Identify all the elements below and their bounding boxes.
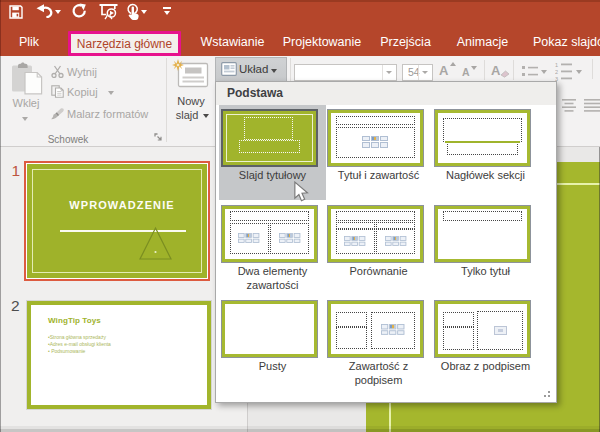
font-name-combobox[interactable] [294,64,397,81]
layout-thumb [327,300,424,358]
gallery-theme-name: Podstawa [216,82,556,105]
tab-slideshow[interactable]: Pokaz slajdów [533,28,600,56]
undo-dropdown-arrow[interactable] [55,10,61,14]
layout-label: Tytuł i zawartość [331,168,426,182]
layout-thumb [221,205,318,263]
layout-thumb [434,205,531,263]
format-painter-icon[interactable] [50,106,65,120]
clear-formatting-icon[interactable]: A [491,63,500,78]
separator [513,60,514,80]
mouse-cursor [294,181,310,205]
save-icon[interactable] [9,5,23,19]
paste-dropdown-arrow[interactable] [22,117,28,121]
slide-1-title: WPROWADZENIE [27,199,207,211]
group-separator [166,58,167,142]
tab-insert[interactable]: Wstawianie [192,28,273,56]
layout-label: Zawartość z podpisem [331,359,426,387]
customize-qat-icon[interactable] [163,7,171,9]
titlebar-top-shade [0,0,600,2]
group-separator [290,58,291,82]
copy-icon[interactable] [51,85,64,98]
window-left-edge [0,56,1,432]
font-name-dropdown-arrow[interactable] [382,65,396,80]
customize-qat-arrow[interactable] [164,11,170,15]
paste-icon[interactable] [11,62,43,95]
font-size-combobox[interactable]: 54 [402,64,433,81]
popup-resize-grip[interactable] [544,391,552,398]
slide-2-title: WingTip Toys [48,316,101,325]
layout-gallery-popup: Podstawa Slajd tytułowy Tytuł i [215,81,557,403]
layout-label: Porównanie [331,264,426,278]
layout-label: Układ [239,63,268,75]
font-size-dropdown-arrow[interactable] [418,65,432,80]
separator [484,60,485,80]
layout-item-title-only[interactable]: Tylko tytuł [432,201,539,296]
layout-thumb [221,300,318,358]
cut-icon[interactable] [51,65,64,78]
numbering-dropdown-arrow[interactable] [576,70,582,74]
layout-thumb [434,300,531,358]
bottom-shade-2 [0,429,600,432]
align-justify-icon[interactable] [584,99,600,112]
layout-item-section-header[interactable]: Nagłówek sekcji [432,105,539,200]
layout-label: Tylko tytuł [438,264,533,278]
layout-item-picture-with-caption[interactable]: Obraz z podpisem [432,296,539,391]
layout-dropdown-arrow [271,69,277,73]
align-center-icon[interactable] [560,99,578,112]
tab-transitions[interactable]: Przejścia [373,28,438,56]
slide-1-content: WPROWADZENIE [27,164,207,278]
copy-label[interactable]: Kopiuj [67,86,98,98]
svg-text:2: 2 [555,69,558,75]
numbering-icon[interactable]: 1 2 3 [555,62,573,81]
separator [592,59,593,79]
tab-design[interactable]: Projektowanie [277,28,367,56]
layout-thumb [327,205,424,263]
title-bar [0,0,600,28]
layout-item-two-content[interactable]: Dwa elementy zawartości [219,201,326,296]
cut-label[interactable]: Wytnij [67,66,97,78]
layout-item-title-and-content[interactable]: Tytuł i zawartość [325,105,432,200]
slide-1-thumbnail[interactable]: WPROWADZENIE [24,161,210,281]
start-slideshow-icon[interactable] [99,3,118,20]
layout-label: Obraz z podpisem [438,359,533,373]
slide-2-number: 2 [11,297,20,315]
layout-label: Pusty [225,359,320,373]
undo-icon[interactable] [36,4,53,18]
slide-2-thumbnail[interactable]: WingTip Toys •Strona główna sprzedaży •A… [27,301,211,409]
clear-formatting-eraser [500,70,510,78]
layout-item-content-with-caption[interactable]: Zawartość z podpisem [325,296,432,391]
layout-icon [221,62,237,76]
touch-mode-dropdown-arrow[interactable] [141,10,147,14]
touch-mode-icon[interactable] [125,3,140,20]
layout-label: Nagłówek sekcji [438,168,533,182]
tab-home-highlighted[interactable]: Narzędzia główne [68,31,181,56]
tab-file[interactable]: Plik [9,28,49,56]
new-slide-dropdown-arrow[interactable] [203,114,209,118]
clipboard-dialog-launcher-icon[interactable] [154,133,163,142]
slide-1-triangle [137,226,173,261]
layout-label: Slajd tytułowy [225,168,320,182]
paste-label[interactable]: Wklej [0,97,52,109]
layout-item-comparison[interactable]: Porównanie [325,201,432,296]
layout-thumb [327,109,424,167]
powerpoint-window: Plik Wstawianie Projektowanie Przejścia … [0,0,600,432]
layout-thumb [221,109,318,167]
decrease-font-size-icon[interactable]: A [462,66,470,78]
layout-thumb [434,109,531,167]
clipboard-group-label: Schowek [18,134,118,145]
window-left-edge-red [0,0,1,56]
slide-1-number: 1 [12,162,21,180]
tab-animations[interactable]: Animacje [449,28,516,56]
layout-item-blank[interactable]: Pusty [219,296,326,391]
svg-text:1: 1 [555,62,558,68]
bullets-dropdown-arrow[interactable] [541,70,547,74]
redo-icon[interactable] [71,3,87,19]
bullets-icon[interactable] [522,65,538,78]
layout-item-title-slide[interactable]: Slajd tytułowy [219,105,326,200]
layout-label: Dwa elementy zawartości [225,264,320,292]
format-painter-label[interactable]: Malarz formatów [67,108,148,120]
new-slide-icon[interactable] [170,59,210,89]
new-slide-label-1[interactable]: Nowy [168,95,214,107]
increase-font-size-icon[interactable]: A [439,63,448,78]
copy-dropdown-arrow[interactable] [108,91,114,95]
